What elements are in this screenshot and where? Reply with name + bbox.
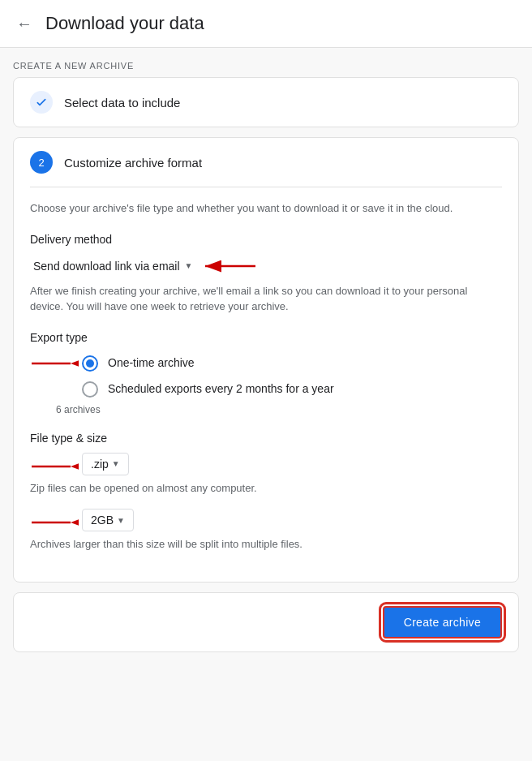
- step1-row: Select data to include: [14, 78, 518, 127]
- filetype-section: File type & size .zip ▼: [30, 432, 502, 552]
- delivery-heading: Delivery method: [30, 233, 502, 246]
- step2-card: 2 Customize archive format Choose your a…: [13, 137, 519, 583]
- filesize-chevron-icon: ▼: [117, 516, 125, 525]
- step1-card: Select data to include: [13, 77, 519, 127]
- filetype-chevron-icon: ▼: [112, 459, 120, 468]
- filesize-row: 2GB ▼: [30, 509, 502, 536]
- annotation-arrow-zip: [30, 455, 79, 478]
- export-option-1[interactable]: One-time archive: [82, 355, 195, 372]
- export-option-2[interactable]: Scheduled exports every 2 months for a y…: [82, 381, 502, 398]
- filesize-dropdown[interactable]: 2GB ▼: [82, 509, 134, 531]
- filetype-dropdown[interactable]: .zip ▼: [82, 453, 129, 475]
- export-sub-label: 6 archives: [56, 404, 502, 415]
- section-label: CREATE A NEW ARCHIVE: [13, 48, 519, 77]
- radio-scheduled[interactable]: [82, 381, 98, 398]
- step2-header: 2 Customize archive format: [14, 138, 518, 187]
- filetype-description: Zip files can be opened on almost any co…: [30, 480, 502, 497]
- delivery-dropdown[interactable]: Send download link via email ▼: [30, 255, 195, 277]
- page-title: Download your data: [45, 13, 204, 34]
- create-archive-button[interactable]: Create archive: [383, 606, 502, 638]
- main-content: CREATE A NEW ARCHIVE Select data to incl…: [0, 48, 532, 669]
- export-option-1-label: One-time archive: [108, 355, 195, 372]
- filetype-heading: File type & size: [30, 432, 502, 445]
- step1-title: Select data to include: [64, 96, 180, 110]
- filesize-value: 2GB: [91, 514, 114, 527]
- filesize-description: Archives larger than this size will be s…: [30, 536, 502, 552]
- export-option-2-label: Scheduled exports every 2 months for a y…: [108, 381, 334, 398]
- step2-title: Customize archive format: [64, 156, 202, 170]
- filetype-row: .zip ▼: [30, 453, 502, 480]
- radio-one-time[interactable]: [82, 355, 98, 372]
- header: ← Download your data: [0, 0, 532, 48]
- export-option-1-row: One-time archive: [30, 352, 502, 375]
- divider-1: [30, 187, 502, 187]
- filetype-value: .zip: [91, 458, 109, 471]
- footer-card: Create archive: [13, 592, 519, 652]
- export-heading: Export type: [30, 331, 502, 344]
- export-section: Export type: [30, 331, 502, 415]
- step2-body: Choose your archive's file type and whet…: [14, 187, 518, 582]
- annotation-arrow-radio1: [30, 352, 79, 375]
- step2-description: Choose your archive's file type and whet…: [30, 200, 502, 217]
- delivery-chevron-icon: ▼: [185, 261, 193, 270]
- delivery-option-label: Send download link via email: [33, 260, 180, 273]
- delivery-description: After we finish creating your archive, w…: [30, 283, 502, 315]
- annotation-arrow-delivery: [199, 254, 264, 278]
- step1-check-icon: [30, 91, 53, 114]
- back-button[interactable]: ←: [16, 15, 32, 33]
- delivery-method-container: Send download link via email ▼: [30, 254, 502, 278]
- step2-number: 2: [30, 151, 53, 174]
- annotation-arrow-size: [30, 511, 79, 534]
